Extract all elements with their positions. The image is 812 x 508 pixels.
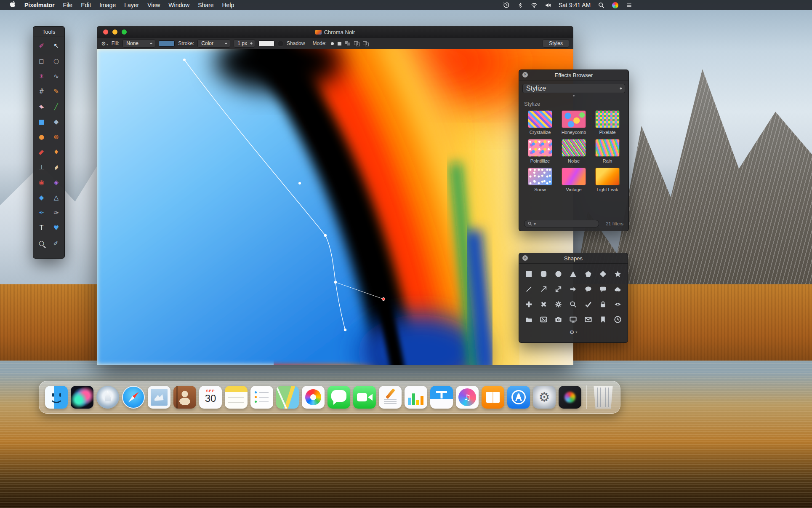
paint-bucket-tool[interactable]: ◆ xyxy=(49,114,64,129)
dock-mail-icon[interactable] xyxy=(148,386,170,409)
bluetooth-icon[interactable] xyxy=(517,2,524,8)
time-machine-icon[interactable] xyxy=(503,2,510,8)
eyedropper-tool[interactable]: ✑ xyxy=(49,235,64,251)
stroke-color-swatch[interactable] xyxy=(258,40,274,47)
shape-speech-bubble-rect[interactable] xyxy=(596,281,610,297)
effect-pixelate[interactable]: Pixelate xyxy=(591,110,624,135)
window-titlebar[interactable]: Chroma Noir xyxy=(97,26,573,38)
canvas[interactable] xyxy=(97,49,573,365)
clone-stamp-tool[interactable]: ⊥ xyxy=(34,160,49,175)
shape-circle[interactable] xyxy=(551,266,566,281)
volume-icon[interactable] xyxy=(545,2,551,8)
color-fill-tool[interactable]: ■ xyxy=(34,114,49,129)
menu-window[interactable]: Window xyxy=(164,0,194,10)
dock-facetime-icon[interactable] xyxy=(353,386,376,409)
dock-ibooks-icon[interactable] xyxy=(482,386,504,409)
shadow-checkbox[interactable] xyxy=(278,41,283,46)
close-window-button[interactable] xyxy=(103,29,108,35)
shape-triangle[interactable] xyxy=(566,266,580,281)
dock-finder-icon[interactable] xyxy=(45,386,68,409)
dock-system-preferences-icon[interactable]: ⚙ xyxy=(533,386,556,409)
shape-arrow-double[interactable] xyxy=(551,281,566,297)
notification-center-icon[interactable] xyxy=(626,2,632,8)
menu-file[interactable]: File xyxy=(59,0,77,10)
menu-app-name[interactable]: Pixelmator xyxy=(20,0,59,10)
menu-edit[interactable]: Edit xyxy=(77,0,95,10)
fill-select[interactable]: None xyxy=(122,39,155,48)
effect-honeycomb[interactable]: Honeycomb xyxy=(557,110,591,135)
shape-pentagon[interactable] xyxy=(581,266,596,281)
shape-folder[interactable] xyxy=(522,312,536,327)
brush-tool[interactable]: ▮ xyxy=(34,144,49,160)
shape-cross[interactable] xyxy=(536,297,551,312)
siri-icon[interactable] xyxy=(612,2,618,8)
shape-tool[interactable]: ♥ xyxy=(49,220,64,235)
effect-crystallize[interactable]: Crystallize xyxy=(523,110,557,135)
close-icon[interactable]: ✕ xyxy=(522,255,528,261)
shape-line[interactable] xyxy=(522,281,536,297)
spotlight-icon[interactable] xyxy=(598,2,604,8)
shape-camera[interactable] xyxy=(551,312,566,327)
shape-checkmark[interactable] xyxy=(581,297,596,312)
dock-pages-icon[interactable] xyxy=(379,386,402,409)
quick-select-tool[interactable]: ✳ xyxy=(34,69,49,84)
pointer-tool[interactable]: ↖ xyxy=(49,38,64,53)
dock-trash-icon[interactable] xyxy=(592,386,615,409)
shape-magnifier[interactable] xyxy=(566,297,580,312)
mode-circle-button[interactable] xyxy=(331,42,334,45)
dock-numbers-icon[interactable] xyxy=(405,386,427,409)
gradient-tool[interactable]: ● xyxy=(34,129,49,144)
shape-arrow-up-right[interactable] xyxy=(536,281,551,297)
tool-options-button[interactable]: ⚙▾ xyxy=(101,40,108,47)
dock-calendar-icon[interactable]: SEP 30 xyxy=(199,386,222,409)
freeform-pen-tool[interactable]: ✑ xyxy=(49,205,64,220)
shape-arrow-right[interactable] xyxy=(566,281,580,297)
dock-app-store-icon[interactable] xyxy=(507,386,530,409)
mode-outline-button[interactable] xyxy=(354,41,359,45)
zoom-window-button[interactable] xyxy=(122,29,127,35)
dock-notes-icon[interactable] xyxy=(225,386,248,409)
lasso-tool[interactable]: ∿ xyxy=(49,69,64,84)
dock-reminders-icon[interactable] xyxy=(250,386,273,409)
rect-select-tool[interactable]: ◻ xyxy=(34,53,49,69)
wifi-icon[interactable] xyxy=(531,2,538,8)
eraser-tool[interactable]: ▰ xyxy=(34,99,49,114)
stroke-width-stepper[interactable]: 1 px xyxy=(234,39,255,48)
dock-contacts-icon[interactable] xyxy=(173,386,196,409)
dock-photos-icon[interactable] xyxy=(302,386,325,409)
dock-safari-icon[interactable] xyxy=(122,386,145,409)
menu-image[interactable]: Image xyxy=(95,0,120,10)
shape-lock[interactable] xyxy=(596,297,610,312)
effect-pointillize[interactable]: Pointillize xyxy=(523,139,557,163)
fill-color-swatch[interactable] xyxy=(159,40,175,47)
menu-clock[interactable]: Sat 9:41 AM xyxy=(559,2,591,8)
shape-clock[interactable] xyxy=(610,312,625,327)
menu-layer[interactable]: Layer xyxy=(120,0,143,10)
effect-light-leak[interactable]: Light Leak xyxy=(591,168,624,192)
sharpen-tool[interactable]: △ xyxy=(49,190,64,205)
shape-envelope[interactable] xyxy=(581,312,596,327)
effects-search-input[interactable]: ▾ xyxy=(524,220,599,227)
pencil-tool[interactable]: ✎ xyxy=(49,84,64,99)
blur-tool[interactable]: ◆ xyxy=(34,190,49,205)
zoom-tool[interactable]: ○ xyxy=(34,235,49,251)
dock-keynote-icon[interactable] xyxy=(430,386,453,409)
dock-siri-icon[interactable] xyxy=(71,386,93,409)
dock-pixelmator-icon[interactable] xyxy=(559,386,581,409)
mode-square-button[interactable] xyxy=(338,42,341,45)
effect-noise[interactable]: Noise xyxy=(557,139,591,163)
shape-gear[interactable] xyxy=(551,297,566,312)
shape-display[interactable] xyxy=(566,312,580,327)
stroke-select[interactable]: Color xyxy=(197,39,230,48)
effects-category-select[interactable]: Stylize xyxy=(522,84,625,93)
dock-itunes-icon[interactable]: ♫ xyxy=(456,386,479,409)
apple-menu[interactable] xyxy=(6,0,20,10)
styles-button[interactable]: Styles xyxy=(543,39,569,48)
minimize-window-button[interactable] xyxy=(112,29,117,35)
menu-view[interactable]: View xyxy=(143,0,164,10)
shape-bookmark[interactable] xyxy=(596,312,610,327)
close-icon[interactable]: ✕ xyxy=(522,72,528,78)
shape-plus[interactable] xyxy=(522,297,536,312)
line-tool[interactable]: ╱ xyxy=(49,99,64,114)
type-tool[interactable]: T xyxy=(34,220,49,235)
